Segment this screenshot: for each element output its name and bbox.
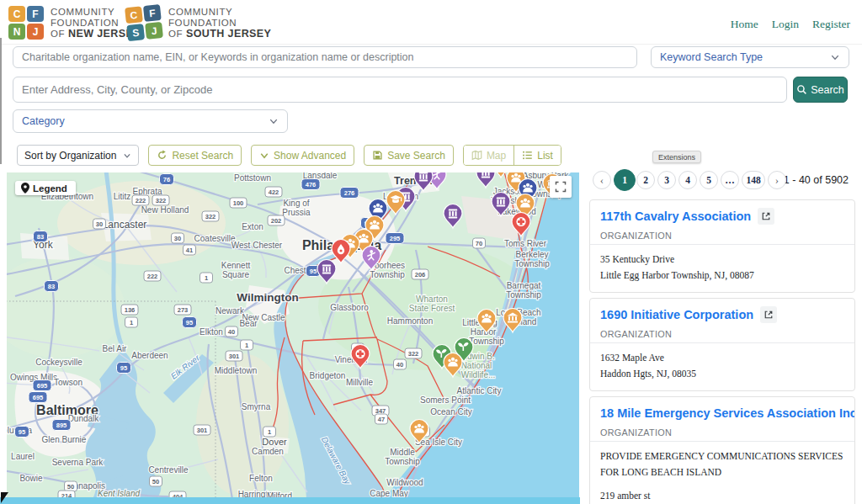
route-shield: 50	[65, 481, 77, 491]
interstate-shield: 276	[340, 188, 359, 199]
map[interactable]: PottstownLansdaleEphrataLititzElizabetht…	[7, 172, 579, 497]
save-search-button[interactable]: Save Search	[364, 145, 454, 166]
org-address-line: 1632 Maple Ave	[600, 350, 844, 366]
map-label: Township	[370, 270, 405, 279]
svg-text:76: 76	[163, 176, 170, 183]
save-icon	[372, 150, 383, 161]
nav-link-login[interactable]: Login	[772, 18, 799, 31]
map-label: Bridgeton	[310, 371, 346, 380]
category-select[interactable]: Category	[13, 109, 288, 133]
route-shield: 47	[375, 414, 388, 424]
org-address-line: 35 Kentucky Drive	[600, 252, 844, 268]
show-advanced-button[interactable]: Show Advanced	[251, 145, 354, 166]
keyword-search-input[interactable]	[13, 46, 637, 68]
svg-text:322: 322	[205, 213, 216, 220]
list-view-label: List	[537, 150, 553, 162]
route-shield: 404	[169, 491, 186, 497]
map-label: Pottstown	[234, 173, 271, 183]
pagination-page[interactable]: …	[721, 171, 739, 189]
map-label: West Chester	[231, 241, 283, 250]
pagination-page-active[interactable]: 1	[614, 169, 636, 191]
pagination-page[interactable]: 3	[657, 171, 676, 189]
logo-tile: C	[125, 6, 143, 24]
pagination-page[interactable]: 5	[700, 171, 718, 189]
route-shield: 301	[226, 351, 242, 361]
org-address-line: Little Egg Harbor Township, NJ, 08087	[600, 268, 844, 284]
svg-text:47: 47	[378, 416, 385, 423]
svg-text:695: 695	[37, 382, 48, 390]
legend-button[interactable]: Legend	[15, 181, 76, 195]
map-label: Camden	[252, 447, 284, 456]
org-link[interactable]: 117th Cavalry Association	[600, 210, 751, 223]
list-view-button[interactable]: List	[514, 146, 561, 165]
logo-tile: F	[143, 4, 162, 22]
route-shield: 273	[174, 305, 191, 315]
pagination-page[interactable]: 4	[678, 171, 697, 189]
route-shield: 322	[152, 195, 169, 205]
route-shield: 136	[121, 305, 138, 315]
svg-text:422: 422	[269, 188, 279, 196]
svg-text:41: 41	[186, 247, 193, 254]
map-label: Prussia	[282, 208, 311, 217]
map-label: Newark	[216, 306, 245, 316]
svg-text:95: 95	[19, 428, 25, 436]
map-label: National	[461, 361, 492, 370]
map-view-button[interactable]: Map	[464, 146, 514, 165]
svg-text:206: 206	[415, 271, 426, 279]
pagination-page[interactable]: 148	[742, 171, 765, 189]
pagination-prev[interactable]: ‹	[593, 171, 611, 189]
search-button-label: Search	[811, 84, 844, 96]
route-shield: 206	[412, 269, 428, 279]
route-shield: 214	[58, 491, 75, 497]
svg-text:322: 322	[156, 197, 167, 204]
svg-text:30: 30	[174, 235, 181, 242]
viewport-edge-line	[0, 38, 2, 164]
address-search-input[interactable]	[13, 77, 787, 103]
map-label: Glen Burnie	[42, 435, 87, 444]
sort-select-value: Sort by Organization	[24, 150, 116, 162]
map-label: Dover	[262, 437, 287, 447]
logo-tile: N	[8, 24, 25, 40]
org-link[interactable]: 1690 Initiative Corporation	[600, 308, 753, 321]
svg-text:100: 100	[233, 199, 244, 207]
pagination-page[interactable]: 2	[636, 171, 655, 189]
external-link-icon[interactable]	[760, 306, 777, 323]
org-link[interactable]: 18 Mile Emergency Services Association I…	[600, 406, 855, 420]
map-label: Barnegat	[507, 281, 541, 290]
map-pin-icon	[21, 183, 29, 194]
result-card: 18 Mile Emergency Services Association I…	[589, 396, 855, 504]
map-label: Smyrna	[242, 402, 271, 411]
sort-select[interactable]: Sort by Organization	[17, 145, 139, 166]
results-toolbar: Sort by Organization Reset Search Show A…	[17, 145, 561, 166]
search-button[interactable]: Search	[793, 77, 848, 103]
nav-link-home[interactable]: Home	[731, 18, 758, 31]
logo-tile: S	[126, 24, 145, 41]
interstate-shield: 83	[34, 231, 48, 242]
map-label: Lancaster	[103, 219, 147, 231]
map-label: Aberdeen	[131, 351, 168, 360]
nav-link-register[interactable]: Register	[812, 18, 850, 31]
route-shield: 322	[405, 348, 422, 358]
keyword-search-type-select[interactable]: Keyword Search Type	[651, 46, 849, 68]
map-label: Elkton	[200, 327, 223, 337]
external-link-icon[interactable]	[758, 208, 774, 225]
map-label: Kennett	[221, 261, 251, 270]
svg-text:1: 1	[130, 319, 133, 326]
header: CFNJ COMMUNITY FOUNDATION of NEW JERSEY …	[0, 0, 862, 45]
svg-text:50: 50	[152, 478, 159, 485]
org-description: PROVIDE EMERGENCY COMMUNICATIONS SERVICE…	[600, 448, 844, 480]
svg-text:695: 695	[33, 394, 44, 401]
logo-cfsj-tiles: CFSJ	[125, 4, 164, 41]
fullscreen-button[interactable]	[550, 176, 572, 198]
map-list-toggle: Map List	[463, 145, 561, 166]
result-card: 1690 Initiative Corporation ORGANIZATION…	[589, 298, 855, 391]
result-list: 117th Cavalry Association ORGANIZATION 3…	[589, 199, 855, 504]
map-label: Towson	[54, 378, 82, 387]
reset-search-button[interactable]: Reset Search	[148, 145, 242, 166]
org-address-line: 219 amber st	[600, 488, 844, 504]
search-icon	[796, 84, 807, 95]
map-label: Felton	[249, 474, 273, 483]
map-label: Township	[385, 457, 420, 466]
pagination-next[interactable]: ›	[768, 171, 786, 189]
logo-tile: F	[27, 6, 44, 22]
